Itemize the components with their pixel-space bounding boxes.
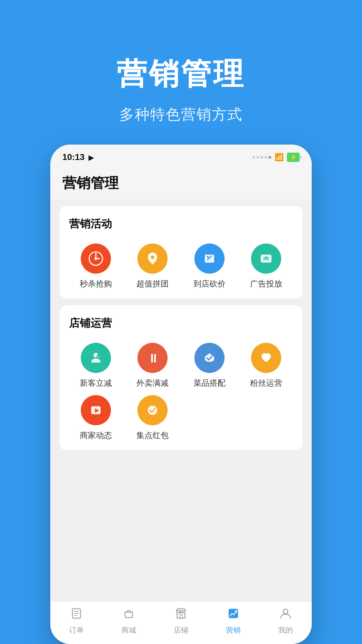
nav-marketing[interactable]: 营销: [213, 607, 253, 635]
delivery-discount-label: 外卖满减: [136, 378, 169, 388]
nav-orders[interactable]: 订单: [56, 607, 97, 635]
ad-placement-item[interactable]: 广告投放: [240, 244, 293, 289]
bottom-nav: 订单 商城 店铺: [50, 601, 312, 644]
svg-point-14: [148, 406, 157, 415]
group-buy-label: 超值拼团: [136, 278, 169, 289]
svg-rect-21: [229, 609, 238, 618]
orders-icon: [70, 607, 82, 623]
svg-rect-19: [177, 613, 185, 618]
mine-icon: [280, 607, 292, 623]
orders-label: 订单: [69, 625, 84, 635]
group-buy-item[interactable]: 超值拼团: [126, 244, 180, 289]
signal-icon: [252, 156, 271, 159]
status-time: 10:13 ▶: [62, 152, 94, 162]
app-header: 营销管理: [50, 166, 312, 199]
hero-title: 营销管理: [117, 54, 245, 95]
delivery-discount-item[interactable]: 外卖满减: [126, 343, 180, 388]
flash-sale-item[interactable]: 秒杀抢购: [69, 244, 123, 289]
status-bar: 10:13 ▶ 📶 ⚡: [50, 145, 312, 166]
svg-point-1: [95, 257, 97, 260]
svg-point-4: [207, 256, 209, 258]
svg-point-2: [151, 256, 154, 259]
store-label: 店铺: [174, 625, 188, 635]
battery-icon: ⚡: [287, 153, 300, 162]
marketing-label: 营销: [226, 625, 241, 635]
store-operations-title: 店铺运营: [69, 316, 293, 331]
marketing-icon: [227, 607, 239, 623]
hero-section: 营销管理 多种特色营销方式: [0, 0, 362, 145]
new-customer-discount-label: 新客立减: [80, 378, 112, 388]
location-icon: ▶: [88, 154, 94, 161]
marketing-activities-title: 营销活动: [69, 217, 293, 231]
mine-label: 我的: [278, 625, 293, 635]
new-customer-discount-icon: +: [81, 343, 111, 373]
svg-rect-10: [151, 354, 153, 363]
nav-store[interactable]: 店铺: [161, 607, 201, 635]
point-red-packet-icon: [137, 395, 168, 425]
merchant-dynamics-icon: [81, 395, 111, 425]
app-content[interactable]: 营销活动 秒杀抢购: [50, 199, 312, 601]
nav-mine[interactable]: 我的: [265, 607, 306, 635]
in-store-discount-item[interactable]: 到店砍价: [183, 244, 236, 289]
store-operations-grid: + 新客立减 外卖满减: [69, 343, 293, 441]
svg-text:+: +: [98, 355, 99, 359]
page-title: 营销管理: [62, 174, 300, 193]
in-store-discount-label: 到店砍价: [193, 278, 226, 289]
flash-sale-label: 秒杀抢购: [80, 278, 112, 289]
marketing-activities-card: 营销活动 秒杀抢购: [60, 206, 302, 299]
delivery-discount-icon: [137, 343, 168, 373]
dish-pairing-label: 菜品搭配: [193, 378, 226, 388]
store-operations-card: 店铺运营 + 新客立减: [60, 305, 302, 450]
merchant-dynamics-label: 商家动态: [80, 430, 112, 441]
dish-pairing-item[interactable]: 菜品搭配: [183, 343, 236, 388]
svg-point-6: [265, 258, 267, 260]
ad-placement-label: 广告投放: [250, 278, 282, 289]
svg-rect-20: [180, 615, 182, 618]
new-customer-discount-item[interactable]: + 新客立减: [69, 343, 123, 388]
point-red-packet-item[interactable]: 集点红包: [126, 395, 180, 441]
dish-pairing-icon: [194, 343, 225, 373]
flash-sale-icon: [81, 244, 111, 274]
point-red-packet-label: 集点红包: [136, 430, 169, 441]
phone-mockup: 10:13 ▶ 📶 ⚡ 营销管理 营销活动: [50, 145, 312, 644]
svg-point-22: [283, 609, 288, 614]
merchant-dynamics-item[interactable]: 商家动态: [69, 395, 123, 441]
nav-mall[interactable]: 商城: [109, 607, 149, 635]
group-buy-icon: [137, 244, 168, 274]
marketing-activities-grid: 秒杀抢购 超值拼团: [69, 244, 293, 289]
mall-label: 商城: [121, 625, 136, 635]
store-icon: [175, 607, 187, 623]
fan-operations-icon: [251, 343, 281, 373]
status-icons: 📶 ⚡: [252, 153, 300, 162]
hero-subtitle: 多种特色营销方式: [119, 105, 243, 124]
mall-icon: [123, 607, 135, 623]
fan-operations-item[interactable]: 粉丝运营: [240, 343, 293, 388]
in-store-discount-icon: [194, 244, 225, 274]
fan-operations-label: 粉丝运营: [250, 378, 282, 388]
wifi-icon: 📶: [275, 153, 284, 162]
ad-placement-icon: [251, 244, 281, 274]
svg-rect-11: [154, 354, 156, 363]
